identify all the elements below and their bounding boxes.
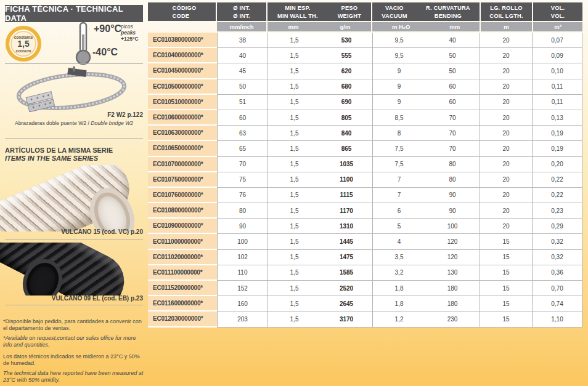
cell-diameter: 110	[217, 265, 267, 281]
cell-wall: 1,5	[267, 296, 321, 312]
cell-wall: 1,5	[267, 219, 321, 234]
peaks-value: +125°C	[121, 36, 139, 42]
header-code: CÓDIGO CODE	[148, 2, 216, 21]
constant-thickness-badge: constante 1,5 consum	[6, 26, 41, 62]
cell-volume: 0,11	[532, 95, 582, 110]
cell-vacuum: 1,8	[372, 281, 425, 296]
cell-diameter: 75	[217, 172, 267, 188]
header-volume-es: VOL.	[551, 4, 565, 12]
cell-diameter: 63	[217, 126, 267, 141]
footnote-es-conditions: Los datos técnicos indicados se midieron…	[3, 353, 146, 367]
cell-coil: 20	[480, 63, 532, 79]
header-diameter-en: Ø INT.	[233, 12, 250, 20]
cell-wall: 1,5	[267, 172, 321, 188]
cell-diameter: 45	[217, 63, 267, 79]
cell-bending: 90	[425, 203, 480, 219]
badge-bottom-label: consum	[16, 49, 31, 53]
table-row: EC010380000000*381,55309,540200,07	[148, 33, 582, 48]
vulcano-15-photo	[0, 165, 148, 231]
unit-wall-weight: mm g/m	[267, 22, 371, 31]
cell-code: EC010510000000*	[148, 95, 217, 110]
cell-code: EC010700000000*	[148, 157, 217, 172]
spec-table: CÓDIGO CODE Ø INT. Ø INT. MIN ESP. MIN W…	[148, 2, 582, 328]
cell-coil: 15	[480, 250, 532, 265]
cell-code: EC010750000000*	[148, 172, 217, 188]
cell-diameter: 65	[217, 141, 267, 156]
cell-diameter: 70	[217, 157, 267, 172]
cell-bending: 50	[425, 48, 480, 63]
cell-vacuum: 7,5	[372, 157, 425, 172]
clamp-caption-es: Abrazaderas doble puente W2 /	[15, 120, 91, 126]
cell-wall: 1,5	[267, 126, 321, 141]
cell-volume: 0,36	[532, 265, 582, 281]
cell-vacuum: 1,2	[372, 312, 425, 327]
vulcano-09-photo	[0, 243, 148, 296]
cell-bending: 80	[425, 172, 480, 188]
clamp-caption-en: Double bridge W2	[91, 120, 133, 126]
cell-volume: 0,29	[532, 219, 582, 234]
table-row: EC011100000000*1101,515853,2130150,36	[148, 265, 582, 281]
header-coil-en: COIL LGTH.	[489, 12, 523, 20]
cell-wall: 1,5	[267, 157, 321, 172]
cell-coil: 20	[480, 203, 532, 219]
clamp-image	[9, 66, 138, 112]
cell-weight: 620	[321, 63, 372, 79]
cell-coil: 20	[480, 188, 532, 203]
cell-vacuum: 7	[372, 188, 425, 203]
cell-code: EC011600000000*	[148, 296, 217, 312]
cell-code: EC010500000000*	[148, 79, 217, 95]
cell-bending: 80	[425, 157, 480, 172]
cell-code: EC010630000000*	[148, 126, 217, 141]
cell-coil: 20	[480, 48, 532, 63]
divider	[5, 305, 143, 305]
cell-weight: 1475	[321, 250, 372, 265]
table-row: EC011020000000*1021,514753,5120150,32	[148, 250, 582, 265]
cell-code: EC010450000000*	[148, 63, 217, 79]
divider	[5, 63, 143, 64]
temp-min: -40°C	[92, 47, 118, 58]
badge-value: 1,5	[17, 39, 29, 49]
cell-diameter: 100	[217, 234, 267, 249]
cell-vacuum: 9	[372, 63, 425, 79]
temp-peaks: picos peaks +125°C	[121, 23, 139, 42]
cell-diameter: 38	[217, 33, 267, 48]
cell-volume: 0,22	[532, 188, 582, 203]
cell-weight: 1310	[321, 219, 372, 234]
footnote-en-conditions: The technical data here reported have be…	[3, 370, 146, 384]
cell-volume: 0,10	[532, 63, 582, 79]
cell-vacuum: 9,5	[372, 33, 425, 48]
cell-coil: 15	[480, 265, 532, 281]
cell-bending: 130	[425, 265, 480, 281]
table-row: EC010700000000*701,510357,580200,20	[148, 157, 582, 172]
table-row: EC010630000000*631,5840870200,19	[148, 126, 582, 141]
cell-diameter: 76	[217, 188, 267, 203]
cell-weight: 1170	[321, 203, 372, 219]
cell-volume: 0,74	[532, 296, 582, 312]
header-wall-weight: MIN ESP. MIN WALL TH. PESO WEIGHT	[267, 2, 371, 21]
cell-bending: 70	[425, 141, 480, 156]
cell-weight: 1035	[321, 157, 372, 172]
cell-bending: 60	[425, 95, 480, 110]
table-row: EC010900000000*901,513105100200,29	[148, 219, 582, 234]
cell-wall: 1,5	[267, 312, 321, 327]
cell-wall: 1,5	[267, 188, 321, 203]
cell-diameter: 203	[217, 312, 267, 327]
cell-code: EC010400000000*	[148, 48, 217, 63]
cell-volume: 0,07	[532, 33, 582, 48]
cell-weight: 1100	[321, 172, 372, 188]
datasheet-page: { "sidebar": { "title": "FICHA TÈCNICA ·…	[0, 0, 588, 386]
footnotes: *Disponible bajo pedido, para cantidades…	[3, 318, 146, 386]
vulcano-15-caption: VULCANO 15 (cod. VC) p.20	[5, 228, 143, 235]
cell-bending: 120	[425, 250, 480, 265]
cell-wall: 1,5	[267, 141, 321, 156]
same-series-heading: ARTÍCULOS DE LA MISMA SERIE ITEMS IN THE…	[5, 147, 113, 163]
cell-code: EC010800000000*	[148, 203, 217, 219]
cell-coil: 20	[480, 219, 532, 234]
table-row: EC010400000000*401,55559,550200,09	[148, 48, 582, 63]
cell-bending: 90	[425, 188, 480, 203]
header-diameter: Ø INT. Ø INT.	[217, 2, 266, 21]
divider	[5, 239, 143, 239]
same-series-title-en: ITEMS IN THE SAME SERIES	[5, 155, 113, 163]
cell-diameter: 50	[217, 79, 267, 95]
unit-code	[148, 22, 216, 31]
